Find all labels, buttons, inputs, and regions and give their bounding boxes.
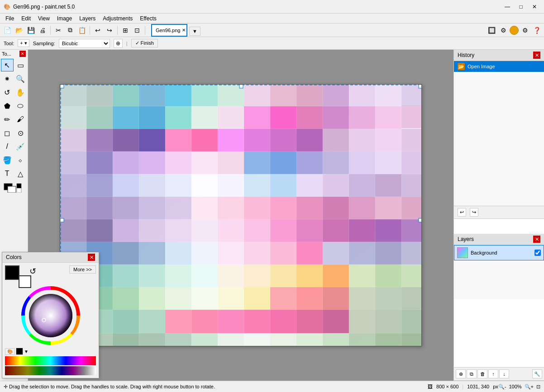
layer-item-background[interactable]: Background	[454, 245, 544, 260]
paste-button[interactable]: 📋	[76, 25, 87, 36]
tool-selector[interactable]: + ▾	[18, 39, 29, 47]
history-item-open-image[interactable]: 📂 Open Image	[454, 61, 544, 72]
svg-rect-102	[401, 219, 422, 242]
resize-button[interactable]: ⊡	[132, 25, 143, 36]
tool-paintbucket[interactable]: 🪣	[1, 154, 14, 166]
tool-row-10	[1, 181, 27, 194]
tool-magic-wand[interactable]: ⁕	[1, 72, 14, 85]
close-button[interactable]: ✕	[529, 2, 540, 11]
view-toggle-color[interactable]	[510, 26, 519, 35]
move-layer-down-button[interactable]: ↓	[499, 369, 509, 378]
layer-visibility-checkbox[interactable]	[534, 250, 541, 256]
tool-row-8: 🪣 ⬦	[1, 154, 27, 166]
svg-rect-108	[191, 242, 218, 264]
secondary-color-swatch[interactable]	[19, 275, 31, 288]
tool-shapes[interactable]: △	[14, 167, 27, 180]
cut-button[interactable]: ✂	[53, 25, 64, 36]
tool-stamp[interactable]: ⊙	[14, 127, 27, 139]
fit-window-button[interactable]: ⊡	[536, 384, 540, 390]
menu-image[interactable]: Image	[53, 14, 76, 23]
help-button[interactable]: ❓	[531, 25, 542, 36]
colors-title: Colors	[6, 254, 22, 260]
sampling-select[interactable]: Bicubic Bilinear Nearest Neighbor	[59, 39, 110, 48]
open-button[interactable]: 📂	[14, 25, 24, 36]
selection-mode[interactable]: ⊕	[114, 39, 123, 48]
tool-text[interactable]: T	[1, 167, 14, 180]
svg-rect-85	[323, 197, 349, 219]
crop-button[interactable]: ⊞	[120, 25, 131, 36]
history-redo-button[interactable]: ↪	[470, 208, 478, 217]
colors-header: Colors ✕	[2, 252, 99, 263]
tool-color-picker[interactable]	[1, 181, 27, 194]
add-layer-button[interactable]: ⊕	[456, 369, 466, 378]
palette-arrow: ▼	[24, 349, 29, 354]
tool-row-9: T △	[1, 167, 27, 180]
layer-properties-button[interactable]: 🔧	[532, 369, 542, 378]
tool-ellipse[interactable]: ⬭	[14, 99, 27, 112]
tool-gradient[interactable]: ⬦	[14, 154, 27, 166]
settings-button[interactable]: ⚙	[520, 25, 530, 36]
tool-eraser[interactable]: ◻	[1, 127, 14, 139]
tab-close[interactable]: ✕	[182, 28, 186, 33]
svg-rect-46	[401, 129, 422, 151]
save-button[interactable]: 💾	[25, 25, 36, 36]
maximize-button[interactable]: □	[515, 2, 527, 11]
copy-button[interactable]: ⧉	[65, 25, 76, 36]
view-toggle-1[interactable]: 🔲	[486, 25, 497, 36]
svg-rect-96	[244, 219, 270, 242]
move-layer-up-button[interactable]: ↑	[488, 369, 498, 378]
view-toggle-2[interactable]: ⚙	[498, 25, 509, 36]
tool-pencil[interactable]: ✏	[1, 113, 14, 126]
history-close-button[interactable]: ✕	[533, 52, 540, 59]
colors-close-button[interactable]: ✕	[88, 254, 95, 261]
tool-line[interactable]: /	[1, 140, 14, 153]
tool-pan[interactable]: ✋	[14, 86, 27, 99]
tool-paintbrush[interactable]: 🖌	[14, 113, 27, 126]
cursor-coords: 1031, 340	[467, 384, 489, 389]
tool-zoom[interactable]: 🔍	[14, 72, 27, 85]
menu-file[interactable]: File	[2, 14, 18, 23]
menu-edit[interactable]: Edit	[18, 14, 34, 23]
palette-mode-button[interactable]: 🎨	[5, 348, 15, 355]
delete-layer-button[interactable]: 🗑	[477, 369, 487, 378]
tab-more-button[interactable]: ▼	[189, 27, 200, 36]
print-button[interactable]: 🖨	[37, 25, 48, 36]
tool-rotate[interactable]: ↺	[1, 86, 14, 99]
more-colors-button[interactable]: More >>	[69, 265, 96, 274]
tool-lasso[interactable]: ⬟	[1, 99, 14, 112]
palette-strip[interactable]	[5, 356, 96, 365]
layers-footer: ⊕ ⧉ 🗑 ↑ ↓ 🔧	[454, 367, 544, 380]
svg-rect-94	[191, 219, 218, 242]
tool-eyedropper[interactable]: 💉	[14, 140, 27, 153]
primary-color-swatch[interactable]	[5, 265, 19, 280]
svg-rect-113	[323, 242, 349, 264]
finish-button[interactable]: ✓ Finish	[131, 39, 158, 47]
separator-3	[117, 26, 118, 35]
zoom-in-button[interactable]: 🔍+	[525, 384, 534, 390]
history-undo-button[interactable]: ↩	[458, 208, 466, 217]
svg-rect-201	[419, 85, 422, 88]
menu-view[interactable]: View	[34, 14, 53, 23]
left-toolbar-close[interactable]: ✕	[19, 51, 26, 57]
tool-select-move[interactable]: ↖	[1, 59, 14, 71]
tool-select-rectangle[interactable]: ▭	[14, 59, 27, 71]
tool-row-2: ⁕ 🔍	[1, 72, 27, 85]
colors-content: ↺ More >>	[2, 263, 99, 378]
palette-strip-secondary[interactable]	[5, 366, 96, 375]
menu-layers[interactable]: Layers	[76, 14, 99, 23]
layers-close-button[interactable]: ✕	[533, 236, 540, 243]
swap-colors-button[interactable]: ↺	[29, 266, 36, 276]
menu-effects[interactable]: Effects	[136, 14, 160, 23]
svg-rect-20	[86, 106, 113, 129]
undo-button[interactable]: ↩	[92, 25, 103, 36]
svg-rect-40	[244, 129, 270, 151]
zoom-out-button[interactable]: 🔍-	[498, 384, 506, 390]
new-button[interactable]: 📄	[2, 25, 13, 36]
redo-button[interactable]: ↪	[104, 25, 115, 36]
palette-color-swatch[interactable]	[16, 348, 23, 355]
color-wheel[interactable]	[21, 286, 80, 345]
duplicate-layer-button[interactable]: ⧉	[467, 369, 477, 378]
image-tab-gen96[interactable]: Gen96.png ✕	[151, 24, 187, 37]
menu-adjustments[interactable]: Adjustments	[99, 14, 136, 23]
minimize-button[interactable]: —	[501, 2, 513, 11]
